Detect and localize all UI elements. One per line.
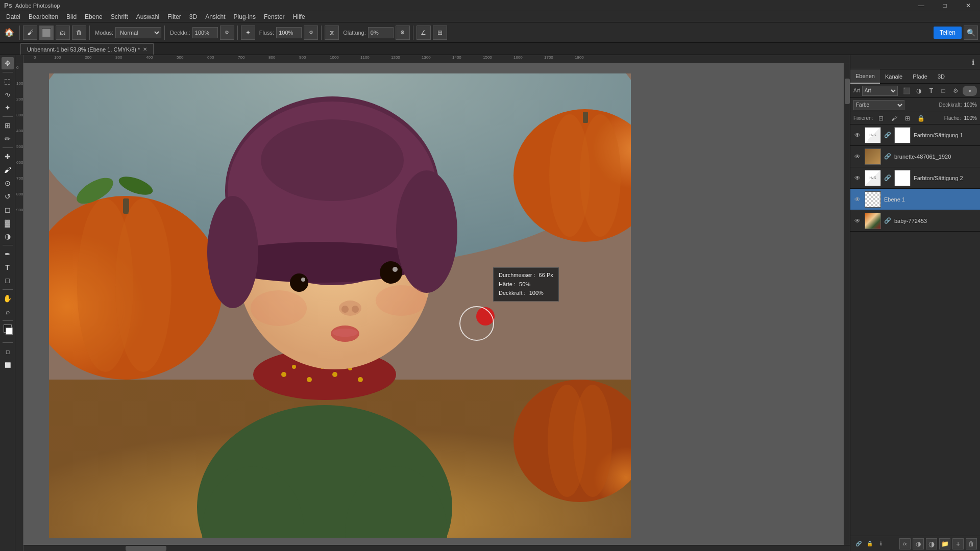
scrollbar-v[interactable]	[844, 63, 850, 551]
layer-eye-1[interactable]: 👁	[853, 153, 862, 161]
footer-lock-btn[interactable]: 🔒	[865, 539, 875, 549]
document-tab[interactable]: Unbenannt-1 bei 53,8% (Ebene 1, CMYK/8) …	[20, 43, 154, 55]
canvas-area[interactable]: Durchmesser : 66 Px Härte : 50% Deckkraf…	[23, 63, 850, 551]
tab-pfade[interactable]: Pfade	[908, 69, 933, 84]
fluss-btn[interactable]: ⚙	[304, 26, 318, 40]
menu-filter[interactable]: Filter	[163, 12, 185, 21]
modus-select[interactable]: Normal Multiplizieren Bildschirm	[115, 27, 161, 38]
share-button[interactable]: Teilen	[934, 27, 962, 39]
footer-new-layer-btn[interactable]: +	[952, 538, 964, 549]
app-logo: Ps	[4, 2, 12, 9]
scrollbar-h[interactable]	[23, 545, 850, 551]
tool-gradient[interactable]: ▓	[2, 217, 14, 229]
filter-shape-btn[interactable]: □	[938, 86, 948, 96]
minimize-button[interactable]: —	[910, 0, 933, 11]
scrollbar-thumb-h[interactable]	[126, 546, 166, 551]
tool-eyedropper[interactable]: ✏	[2, 133, 14, 145]
menu-ansicht[interactable]: Ansicht	[201, 12, 229, 21]
footer-link-btn[interactable]: 🔗	[853, 539, 864, 549]
menu-3d[interactable]: 3D	[185, 12, 201, 21]
tab-close-btn[interactable]: ✕	[143, 46, 147, 52]
fluss-input[interactable]	[276, 27, 302, 38]
footer-mask-btn[interactable]: ◑	[913, 538, 924, 549]
scrollbar-thumb-v[interactable]	[845, 79, 850, 104]
tool-eraser[interactable]: ◻	[2, 204, 14, 216]
deckkraft-input[interactable]	[192, 27, 218, 38]
toolbar-extra-btn[interactable]: 🗂	[56, 26, 70, 40]
tool-text[interactable]: T	[2, 261, 14, 273]
tool-move[interactable]: ✥	[2, 57, 14, 69]
filter-adj-btn[interactable]: ◑	[914, 86, 924, 96]
tool-dodge[interactable]: ◑	[2, 230, 14, 242]
menu-plugins[interactable]: Plug-ins	[230, 12, 260, 21]
toolbar-angle-btn[interactable]: ∠	[416, 26, 431, 40]
menu-auswahl[interactable]: Auswahl	[132, 12, 163, 21]
tool-healing[interactable]: ✚	[2, 151, 14, 163]
maximize-button[interactable]: □	[933, 0, 957, 11]
panel-info-btn[interactable]: ℹ	[968, 57, 978, 67]
menu-ebene[interactable]: Ebene	[81, 12, 107, 21]
lock-artboard-btn[interactable]: ⊞	[902, 113, 913, 123]
tool-hand[interactable]: ✋	[2, 292, 14, 305]
menu-bild[interactable]: Bild	[62, 12, 81, 21]
footer-info-btn[interactable]: ℹ	[876, 539, 886, 549]
tool-brush[interactable]: 🖌	[2, 164, 14, 176]
filter-text-btn[interactable]: T	[926, 86, 936, 96]
background-color[interactable]	[6, 328, 13, 335]
layer-thumb-3	[865, 191, 881, 208]
tool-lasso[interactable]: ∿	[2, 88, 14, 101]
filter-toggle-btn[interactable]: ●	[963, 86, 977, 96]
layer-eye-4[interactable]: 👁	[853, 217, 862, 225]
blendmode-select[interactable]: Farbe Normal	[853, 100, 904, 110]
filter-pixel-btn[interactable]: ⬛	[902, 86, 912, 96]
layer-eye-0[interactable]: 👁	[853, 131, 862, 139]
tool-mask[interactable]: ◻	[2, 345, 14, 358]
toolbar-color-btn[interactable]	[39, 26, 54, 40]
tool-zoom[interactable]: ⌕	[2, 306, 14, 318]
footer-folder-btn[interactable]: 📁	[939, 538, 950, 549]
filter-select[interactable]: Art	[862, 86, 898, 96]
menu-schrift[interactable]: Schrift	[107, 12, 132, 21]
footer-adj-btn[interactable]: ◑	[926, 538, 937, 549]
lock-paint-btn[interactable]: 🖌	[889, 113, 899, 123]
layer-eye-2[interactable]: 👁	[853, 174, 862, 182]
menu-hilfe[interactable]: Hilfe	[289, 12, 309, 21]
tab-kanaele[interactable]: Kanäle	[880, 69, 908, 84]
toolbar-extra2-btn[interactable]: ⊞	[433, 26, 447, 40]
layer-item-3[interactable]: 👁 Ebene 1	[850, 189, 980, 210]
tool-marquee[interactable]: ⬚	[2, 75, 14, 87]
tool-clone[interactable]: ⊙	[2, 177, 14, 189]
footer-fx-btn[interactable]: fx	[899, 538, 911, 549]
lock-all-btn[interactable]: 🔒	[916, 113, 926, 123]
toolbar-brush-btn[interactable]: 🖌	[23, 26, 37, 40]
close-button[interactable]: ✕	[957, 0, 980, 11]
tool-shape[interactable]: □	[2, 274, 14, 287]
tab-3d[interactable]: 3D	[933, 69, 950, 84]
menu-fenster[interactable]: Fenster	[260, 12, 289, 21]
menu-bearbeiten[interactable]: Bearbeiten	[24, 12, 62, 21]
deckkraft-btn[interactable]: ⚙	[220, 26, 234, 40]
layer-item-1[interactable]: 👁 🔗 brunette-487061_1920	[850, 146, 980, 167]
lock-pos-btn[interactable]: ⊡	[876, 113, 886, 123]
glaettung-btn[interactable]: ⚙	[396, 26, 410, 40]
toolbar-paintbucket-btn[interactable]: 🗑	[72, 26, 86, 40]
toolbar-home-btn[interactable]: 🏠	[2, 26, 16, 40]
tool-screen-mode[interactable]: ⬜	[2, 359, 14, 371]
layer-item-0[interactable]: 👁 H/S 🔗 Farbton/Sättigung 1	[850, 124, 980, 146]
footer-delete-btn[interactable]: 🗑	[966, 538, 977, 549]
layer-item-2[interactable]: 👁 H/S 🔗 Farbton/Sättigung 2	[850, 167, 980, 189]
search-btn[interactable]: 🔍	[964, 26, 978, 40]
layer-item-4[interactable]: 👁 🔗 baby-772453	[850, 210, 980, 232]
tool-magic-wand[interactable]: ✦	[2, 102, 14, 114]
tool-history[interactable]: ↺	[2, 190, 14, 203]
tab-ebenen[interactable]: Ebenen	[850, 69, 880, 84]
menu-datei[interactable]: Datei	[2, 12, 24, 21]
toolbar-airbrush-btn[interactable]: ✦	[241, 26, 255, 40]
tool-crop[interactable]: ⊞	[2, 119, 14, 132]
tool-pen[interactable]: ✒	[2, 248, 14, 260]
filter-smart-btn[interactable]: ⚙	[950, 86, 961, 96]
layer-eye-3[interactable]: 👁	[853, 195, 862, 204]
toolbar-sym-btn[interactable]: ⧖	[325, 26, 339, 40]
ltsep6	[3, 320, 13, 321]
glaettung-input[interactable]	[368, 27, 394, 38]
